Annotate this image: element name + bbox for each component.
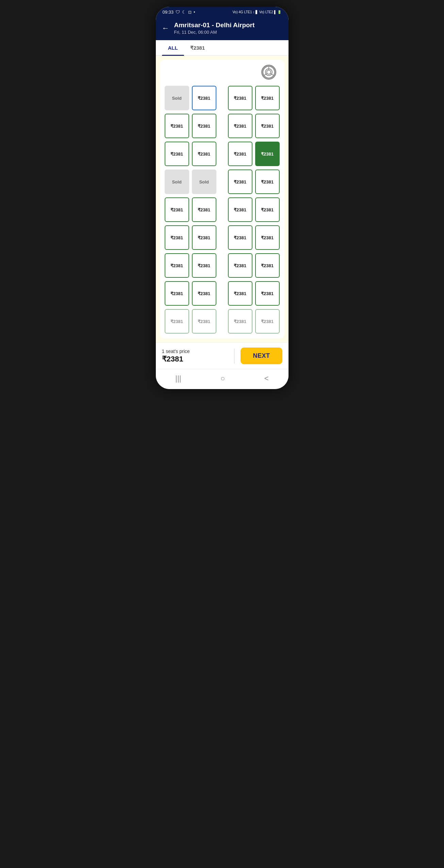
- back-nav-icon[interactable]: <: [264, 374, 269, 383]
- dot-icon: •: [194, 10, 195, 15]
- moon-icon: ☾: [182, 10, 186, 15]
- seat-available[interactable]: ₹2381: [228, 225, 252, 250]
- seat-available[interactable]: ₹2381: [228, 86, 252, 110]
- steering-area: [165, 65, 280, 80]
- seat-available[interactable]: ₹2381: [228, 142, 252, 166]
- seat-grid: Sold ₹2381 ₹2381 ₹2381 ₹2381 ₹2381: [165, 86, 280, 334]
- seat-sold[interactable]: Sold: [165, 170, 189, 194]
- tab-price[interactable]: ₹2381: [184, 40, 211, 55]
- seat-row: Sold ₹2381 ₹2381 ₹2381: [165, 86, 280, 110]
- header-subtitle: Fri, 11 Dec, 06:00 AM: [174, 30, 255, 35]
- seat-available[interactable]: ₹2381: [192, 253, 216, 278]
- seat-group-right: ₹2381 ₹2381: [228, 253, 280, 278]
- status-left: 09:33 🛡 ☾ ⊡ •: [163, 10, 195, 15]
- tab-all[interactable]: ALL: [162, 40, 184, 55]
- steering-svg: [262, 65, 275, 80]
- seat-available[interactable]: ₹2381: [228, 114, 252, 138]
- svg-line-4: [270, 74, 274, 76]
- seat-available[interactable]: ₹2381: [255, 86, 280, 110]
- status-bar: 09:33 🛡 ☾ ⊡ • Vo) 4G LTE1 ↕ ▋ Vo) LTE2 ▌…: [156, 7, 289, 17]
- price-label: 1 seat's price: [162, 349, 228, 354]
- seat-group-left: Sold Sold: [165, 170, 216, 194]
- back-button[interactable]: ←: [162, 24, 169, 33]
- seat-group-left: ₹2381 ₹2381: [165, 309, 216, 334]
- seat-available[interactable]: ₹2381: [255, 225, 280, 250]
- price-value: ₹2381: [162, 355, 228, 364]
- seat-available[interactable]: ₹2381: [255, 114, 280, 138]
- menu-nav-icon[interactable]: |||: [175, 374, 181, 383]
- header: ← Amritsar-01 - Delhi Airport Fri, 11 De…: [156, 17, 289, 40]
- seat-available[interactable]: ₹2381: [228, 197, 252, 222]
- seat-row: ₹2381 ₹2381 ₹2381 ₹2381: [165, 197, 280, 222]
- seat-available[interactable]: ₹2381: [255, 253, 280, 278]
- price-section: 1 seat's price ₹2381: [162, 349, 228, 364]
- seat-available[interactable]: ₹2381: [165, 142, 189, 166]
- seat-available[interactable]: ₹2381: [192, 142, 216, 166]
- seat-available[interactable]: ₹2381: [192, 309, 216, 334]
- seat-available[interactable]: ₹2381: [165, 225, 189, 250]
- seat-available[interactable]: ₹2381: [228, 253, 252, 278]
- home-nav-icon[interactable]: ○: [220, 374, 225, 383]
- seat-group-left: ₹2381 ₹2381: [165, 142, 216, 166]
- seat-row: ₹2381 ₹2381 ₹2381 ₹2381: [165, 142, 280, 166]
- svg-line-3: [263, 74, 267, 76]
- svg-point-1: [266, 70, 270, 74]
- seat-group-right: ₹2381 ₹2381: [228, 225, 280, 250]
- header-text: Amritsar-01 - Delhi Airport Fri, 11 Dec,…: [174, 21, 255, 35]
- seat-group-right: ₹2381 ₹2381: [228, 142, 280, 166]
- seat-chosen[interactable]: ₹2381: [255, 142, 280, 166]
- seat-group-left: Sold ₹2381: [165, 86, 216, 110]
- seat-sold[interactable]: Sold: [165, 86, 189, 110]
- seat-group-left: ₹2381 ₹2381: [165, 225, 216, 250]
- seat-available[interactable]: ₹2381: [228, 309, 252, 334]
- steering-wheel-icon: [261, 65, 276, 80]
- status-right: Vo) 4G LTE1 ↕ ▋ Vo) LTE2 ▌ 🔋: [233, 10, 282, 14]
- seat-group-left: ₹2381 ₹2381: [165, 197, 216, 222]
- seat-row: ₹2381 ₹2381 ₹2381 ₹2381: [165, 309, 280, 334]
- seat-group-right: ₹2381 ₹2381: [228, 114, 280, 138]
- header-title: Amritsar-01 - Delhi Airport: [174, 21, 255, 29]
- seat-available[interactable]: ₹2381: [255, 281, 280, 306]
- seat-group-left: ₹2381 ₹2381: [165, 114, 216, 138]
- seat-row: ₹2381 ₹2381 ₹2381 ₹2381: [165, 225, 280, 250]
- seat-available[interactable]: ₹2381: [228, 170, 252, 194]
- seat-group-right: ₹2381 ₹2381: [228, 309, 280, 334]
- seat-available[interactable]: ₹2381: [165, 197, 189, 222]
- seat-group-right: ₹2381 ₹2381: [228, 170, 280, 194]
- nav-bar: ||| ○ <: [156, 369, 289, 389]
- seat-row: ₹2381 ₹2381 ₹2381 ₹2381: [165, 281, 280, 306]
- bottom-bar: 1 seat's price ₹2381 NEXT: [156, 342, 289, 369]
- seat-available[interactable]: ₹2381: [192, 114, 216, 138]
- seat-available[interactable]: ₹2381: [255, 197, 280, 222]
- network-info: Vo) 4G LTE1 ↕ ▋ Vo) LTE2 ▌ 🔋: [233, 10, 282, 14]
- screen-icon: ⊡: [188, 10, 192, 15]
- seat-available[interactable]: ₹2381: [228, 281, 252, 306]
- phone-frame: 09:33 🛡 ☾ ⊡ • Vo) 4G LTE1 ↕ ▋ Vo) LTE2 ▌…: [156, 7, 289, 389]
- seat-available[interactable]: ₹2381: [165, 253, 189, 278]
- seat-available[interactable]: ₹2381: [192, 281, 216, 306]
- seat-group-left: ₹2381 ₹2381: [165, 253, 216, 278]
- seat-available[interactable]: ₹2381: [165, 309, 189, 334]
- time: 09:33: [163, 10, 174, 15]
- seat-sold[interactable]: Sold: [192, 170, 216, 194]
- seat-row: Sold Sold ₹2381 ₹2381: [165, 170, 280, 194]
- seat-group-right: ₹2381 ₹2381: [228, 86, 280, 110]
- next-button[interactable]: NEXT: [241, 348, 282, 364]
- seat-available[interactable]: ₹2381: [255, 309, 280, 334]
- seat-available[interactable]: ₹2381: [192, 225, 216, 250]
- seat-map-inner: Sold ₹2381 ₹2381 ₹2381 ₹2381 ₹2381: [160, 60, 284, 338]
- shield-icon: 🛡: [176, 10, 180, 15]
- seat-selected[interactable]: ₹2381: [192, 86, 216, 110]
- seat-group-right: ₹2381 ₹2381: [228, 197, 280, 222]
- vertical-divider: [234, 349, 234, 364]
- seat-available[interactable]: ₹2381: [255, 170, 280, 194]
- seat-group-left: ₹2381 ₹2381: [165, 281, 216, 306]
- seat-available[interactable]: ₹2381: [192, 197, 216, 222]
- seat-available[interactable]: ₹2381: [165, 114, 189, 138]
- seat-row: ₹2381 ₹2381 ₹2381 ₹2381: [165, 114, 280, 138]
- seat-available[interactable]: ₹2381: [165, 281, 189, 306]
- seat-map-outer: Sold ₹2381 ₹2381 ₹2381 ₹2381 ₹2381: [156, 56, 289, 342]
- seat-row: ₹2381 ₹2381 ₹2381 ₹2381: [165, 253, 280, 278]
- tabs-container: ALL ₹2381: [156, 40, 289, 56]
- seat-group-right: ₹2381 ₹2381: [228, 281, 280, 306]
